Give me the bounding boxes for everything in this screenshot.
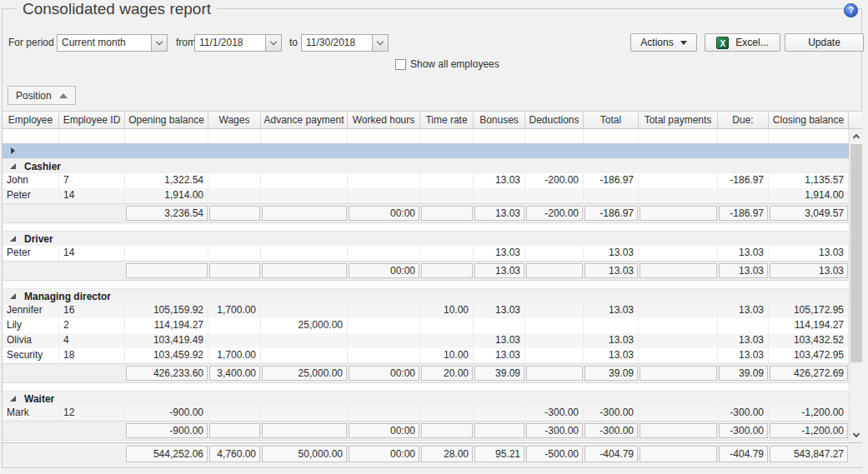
cell: 103,432.52 xyxy=(769,333,849,348)
cell: 00:00 xyxy=(348,262,420,280)
summary-value-box xyxy=(262,423,347,438)
update-button-label: Update xyxy=(808,37,840,48)
cell: 13.03 xyxy=(474,333,525,348)
scroll-down-button[interactable] xyxy=(850,428,863,442)
column-header-total-payments[interactable]: Total payments xyxy=(639,112,718,128)
column-header-bonuses[interactable]: Bonuses xyxy=(474,112,525,128)
column-header-advance-payment[interactable]: Advance payment xyxy=(261,112,348,128)
column-header-employee[interactable]: Employee xyxy=(3,112,59,128)
update-button[interactable]: Update xyxy=(785,33,864,52)
column-header-employee-id[interactable]: Employee ID xyxy=(59,112,125,128)
cell xyxy=(639,443,718,467)
cell xyxy=(261,333,348,348)
employee-row[interactable]: Jennifer16105,159.921,700.0010.0013.0313… xyxy=(3,303,849,318)
cell: 14 xyxy=(59,246,125,261)
cell xyxy=(420,204,474,222)
cell xyxy=(3,364,59,382)
column-header-opening-balance[interactable]: Opening balance xyxy=(125,112,208,128)
employee-row[interactable]: Mark12-900.00-300.00-300.00-300.00-1,200… xyxy=(3,406,849,421)
cell: 13.03 xyxy=(474,173,525,188)
cell xyxy=(59,422,125,440)
employee-row[interactable]: Peter1413.0313.0313.0313.03 xyxy=(3,246,849,261)
cell: -1,200.00 xyxy=(769,422,849,440)
summary-value-box xyxy=(640,206,717,221)
summary-value-box xyxy=(262,263,347,278)
summary-value-box: 00:00 xyxy=(349,423,419,438)
group-row-managing-director[interactable]: Managing director xyxy=(3,288,849,303)
summary-value-box xyxy=(421,423,473,438)
column-header-time-rate[interactable]: Time rate xyxy=(420,112,474,128)
cell: 3,236.54 xyxy=(125,204,208,222)
cell: 50,000.00 xyxy=(261,443,348,467)
employee-row[interactable]: Peter141,914.001,914.00 xyxy=(3,188,849,203)
employee-row[interactable]: Olivia4103,419.4913.0313.0313.03103,432.… xyxy=(3,333,849,348)
cell xyxy=(208,422,261,440)
cell xyxy=(420,422,474,440)
employee-row[interactable]: John71,322.5413.03-200.00-186.97-186.971… xyxy=(3,173,849,188)
cell xyxy=(348,129,420,143)
cell xyxy=(639,406,718,421)
column-header-closing-balance[interactable]: Closing balance xyxy=(769,112,849,128)
column-header-total[interactable]: Total xyxy=(584,112,639,128)
cell: -500.00 xyxy=(525,443,584,467)
chevron-down-icon[interactable] xyxy=(151,35,167,51)
cell: 13.03 xyxy=(474,348,525,363)
actions-button-label: Actions xyxy=(640,37,673,48)
employee-row[interactable]: Security18103,459.921,700.0010.0013.0313… xyxy=(3,348,849,363)
chevron-down-icon[interactable] xyxy=(372,35,388,51)
cell xyxy=(639,173,718,188)
empty-row[interactable] xyxy=(3,129,849,143)
cell xyxy=(525,129,584,143)
cell: 13.03 xyxy=(718,246,769,261)
cell xyxy=(208,129,261,143)
group-row-driver[interactable]: Driver xyxy=(3,231,849,246)
employee-row[interactable]: Lily2114,194.2725,000.00114,194.27 xyxy=(3,318,849,333)
cell: Peter xyxy=(3,188,59,203)
group-row-cashier[interactable]: Cashier xyxy=(3,158,849,173)
to-date-select[interactable]: 11/30/2018 xyxy=(301,34,389,52)
column-header-due[interactable]: Due: xyxy=(718,112,769,128)
group-field-position[interactable]: Position xyxy=(8,86,76,105)
cell: 14 xyxy=(59,188,125,203)
help-icon[interactable]: ? xyxy=(844,3,858,17)
cell: 1,135.57 xyxy=(769,173,849,188)
column-header-wages[interactable]: Wages xyxy=(208,112,261,128)
cell xyxy=(261,129,348,143)
group-row-waiter[interactable]: Waiter xyxy=(3,391,849,406)
summary-value-box: -200.00 xyxy=(526,206,583,221)
column-header-deductions[interactable]: Deductions xyxy=(525,112,584,128)
chevron-down-icon[interactable] xyxy=(265,35,281,51)
summary-value-box: 426,272.69 xyxy=(770,366,848,381)
summary-value-box: -300.00 xyxy=(526,423,583,438)
cell: 103,459.92 xyxy=(125,348,208,363)
cell: 13.03 xyxy=(474,246,525,261)
excel-button[interactable]: X Excel... xyxy=(705,33,780,52)
actions-button[interactable]: Actions xyxy=(630,33,697,52)
group-expand-icon xyxy=(10,163,16,169)
cell xyxy=(261,246,348,261)
scroll-up-button[interactable] xyxy=(850,129,863,143)
summary-value-box: 39.09 xyxy=(474,366,524,381)
from-date-select[interactable]: 11/1/2018 xyxy=(194,34,282,52)
cell: 103,419.49 xyxy=(125,333,208,348)
grand-total-value-box: 543,847.27 xyxy=(770,446,848,462)
summary-value-box: -1,200.00 xyxy=(770,423,848,438)
column-header-worked-hours[interactable]: Worked hours xyxy=(348,112,420,128)
cell: 39.09 xyxy=(718,364,769,382)
for-period-label: For period xyxy=(8,34,54,52)
summary-value-box: -300.00 xyxy=(719,423,768,438)
collapsed-group-row[interactable] xyxy=(3,143,849,158)
cell xyxy=(639,422,718,440)
vertical-scrollbar[interactable] xyxy=(849,129,862,442)
group-spacer xyxy=(3,281,849,288)
period-select[interactable]: Current month xyxy=(57,34,168,52)
cell xyxy=(639,129,718,143)
cell: 18 xyxy=(59,348,125,363)
scrollbar-thumb[interactable] xyxy=(850,144,862,362)
cell: 13.03 xyxy=(474,204,525,222)
dropdown-arrow-icon xyxy=(680,41,687,45)
group-row-label: Cashier xyxy=(24,161,61,172)
cell: 00:00 xyxy=(348,443,420,467)
show-all-employees-checkbox[interactable]: Show all employees xyxy=(395,58,499,70)
cell xyxy=(525,262,584,280)
